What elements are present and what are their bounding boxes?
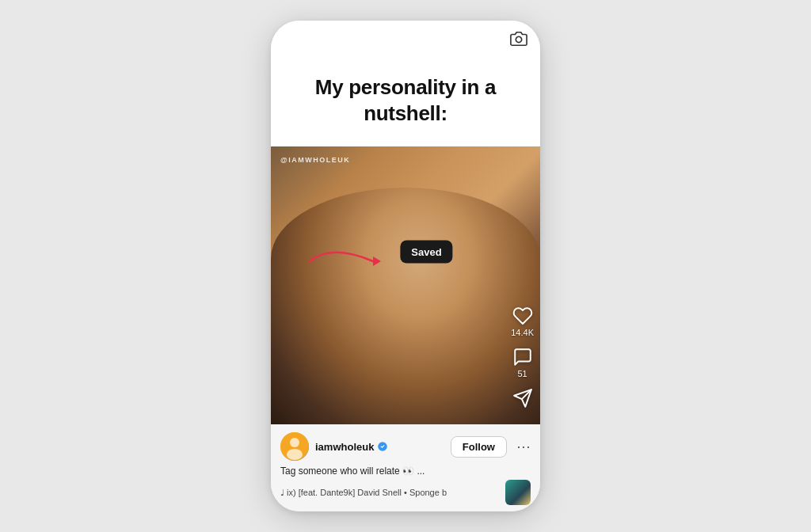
camera-icon[interactable] [510,30,527,48]
svg-point-6 [287,449,303,460]
right-sidebar: 14.4K 51 [511,306,534,408]
more-options-button[interactable]: ⋯ [516,438,531,455]
music-thumbnail[interactable] [505,480,531,505]
svg-point-5 [290,438,299,447]
follow-button[interactable]: Follow [451,436,507,458]
watermark: @IAMWHOLEUK [280,156,350,164]
comment-action[interactable]: 51 [512,347,533,378]
likes-count: 14.4K [511,328,534,337]
heart-icon [512,306,533,326]
bottom-bar: iamwholeuk Follow ⋯ Tag someone who will… [271,424,540,511]
top-bar [271,21,540,52]
phone-frame: My personality in a nutshell: @IAMWHOLEU… [271,21,540,511]
caption-row: Tag someone who will relate 👀 ... [280,466,531,477]
svg-marker-1 [373,256,381,266]
like-action[interactable]: 14.4K [511,306,534,337]
share-action[interactable] [512,388,533,408]
video-area: @IAMWHOLEUK Saved 14.4K 51 [271,146,540,424]
person-silhouette [271,188,540,424]
slide-text: My personality in a nutshell: [296,74,515,127]
share-icon [512,388,533,408]
verified-icon [377,441,388,452]
music-row: ♩ ix) [feat. Dante9k] David Snell • Spon… [280,480,531,505]
comments-count: 51 [518,369,527,378]
avatar [280,432,309,461]
svg-point-0 [516,36,521,42]
text-slide: My personality in a nutshell: [271,52,540,146]
username-area: iamwholeuk [315,441,444,453]
music-text: ♩ ix) [feat. Dante9k] David Snell • Spon… [280,488,501,498]
comment-icon [512,347,533,367]
username: iamwholeuk [315,441,374,453]
user-row: iamwholeuk Follow ⋯ [280,432,531,461]
caption-text: Tag someone who will relate 👀 ... [280,466,425,477]
saved-tooltip: Saved [400,241,452,264]
arrow-annotation [303,241,390,285]
